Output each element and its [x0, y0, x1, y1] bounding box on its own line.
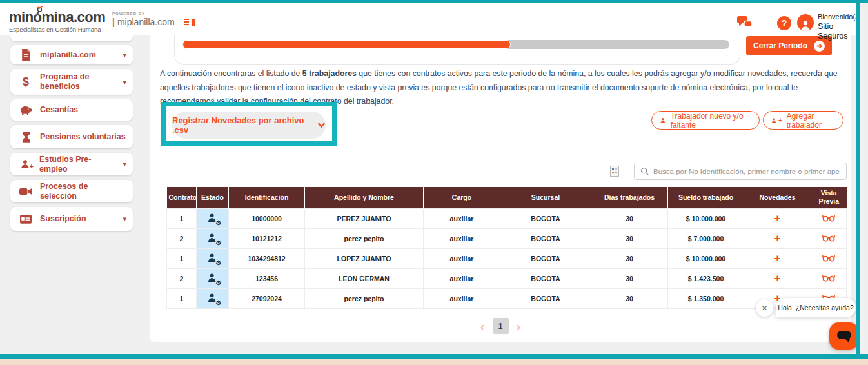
- brand-tagline: Especialistas en Gestión Humana: [9, 26, 105, 33]
- person-plus-icon: [771, 117, 777, 124]
- sidebar-toggle-icon[interactable]: [184, 19, 195, 26]
- col-vista-previa: Vista Previa: [811, 187, 847, 208]
- help-icon[interactable]: ?: [777, 16, 791, 30]
- prev-page-icon[interactable]: ‹: [480, 320, 485, 333]
- chat-tooltip-close-button[interactable]: ✕: [756, 299, 773, 317]
- cell-dias: 30: [591, 248, 668, 268]
- worker-status-cell[interactable]: ⚙: [197, 268, 229, 288]
- person-gear-icon: ⚙: [206, 253, 220, 264]
- messages-icon[interactable]: [736, 15, 754, 34]
- preview-glasses-icon[interactable]: [811, 228, 847, 248]
- search-input[interactable]: [653, 168, 840, 175]
- table-row: 1 ⚙ 27092024 perez pepito auxiliar BOGOT…: [167, 288, 847, 308]
- sidebar-item-estudios-preempleo[interactable]: + Estudios Pre-empleo ▾: [10, 153, 133, 175]
- person-gear-icon: ⚙: [206, 233, 220, 244]
- sidebar-item-miplanilla[interactable]: miplanilla.com ▾: [10, 45, 133, 64]
- col-identificacion: Identificación: [229, 187, 305, 208]
- sidebar-item-pensiones-voluntarias[interactable]: Pensiones voluntarias: [10, 125, 133, 148]
- main-panel: Cerrar Periodo A continuación encontrara…: [150, 35, 851, 342]
- worker-status-cell[interactable]: ⚙: [197, 228, 229, 248]
- cell-identificacion: 27092024: [229, 288, 305, 308]
- col-novedades: Novedades: [744, 187, 811, 208]
- add-novelty-icon[interactable]: +: [774, 232, 781, 244]
- preview-glasses-icon[interactable]: [811, 208, 847, 228]
- chevron-down-icon: ▾: [123, 78, 126, 86]
- arrow-right-icon: [814, 41, 825, 52]
- cell-identificacion: 123456: [229, 268, 305, 288]
- next-page-icon[interactable]: ›: [517, 320, 521, 333]
- person-plus-icon: +: [19, 159, 32, 169]
- cell-dias: 30: [591, 268, 668, 288]
- cell-cargo: auxiliar: [424, 228, 500, 248]
- chat-tooltip-text: Hola. ¿Necesitas ayuda?: [778, 304, 853, 311]
- pagination: ‹ 1 ›: [150, 318, 851, 334]
- register-novelties-csv-button[interactable]: Registrar Novedades por archivo .csv: [172, 112, 326, 139]
- add-novelty-icon[interactable]: +: [774, 212, 781, 224]
- export-excel-icon[interactable]: [610, 166, 619, 177]
- sidebar-item-label: Pensiones voluntarias: [40, 132, 126, 142]
- avatar[interactable]: [797, 14, 814, 31]
- preview-glasses-icon[interactable]: [811, 268, 847, 288]
- logo-person-icon: [35, 6, 44, 13]
- taskbar-sliver: [0, 359, 868, 365]
- cell-contrato: 2: [167, 228, 197, 248]
- chat-launcher-button[interactable]: [829, 322, 858, 350]
- new-missing-worker-label: Trabajador nuevo y/o faltante: [671, 112, 751, 130]
- brand-logo[interactable]: minómina.com Especialistas en Gestión Hu…: [9, 10, 105, 33]
- top-header: minómina.com Especialistas en Gestión Hu…: [0, 3, 856, 35]
- csv-button-label: Registrar Novedades por archivo .csv: [172, 115, 311, 135]
- col-cargo: Cargo: [424, 187, 500, 208]
- annotation-frame-bottom: [0, 354, 868, 359]
- worker-status-cell[interactable]: ⚙: [197, 288, 229, 308]
- preview-glasses-icon[interactable]: [811, 248, 847, 268]
- col-sucursal: Sucursal: [500, 187, 591, 208]
- app-viewport: minómina.com Especialistas en Gestión Hu…: [0, 0, 868, 365]
- worker-status-cell[interactable]: ⚙: [197, 208, 229, 228]
- add-worker-label: Agregar trabajador: [787, 112, 835, 130]
- cell-sueldo: $ 10.000.000: [668, 248, 744, 268]
- cell-cargo: auxiliar: [424, 288, 500, 308]
- chevron-down-icon: ▾: [123, 215, 126, 223]
- csv-highlight-box: Registrar Novedades por archivo .csv: [161, 102, 337, 146]
- add-novelty-icon[interactable]: +: [774, 252, 781, 264]
- annotation-frame-right: [856, 0, 860, 359]
- col-estado: Estado: [197, 187, 229, 208]
- sidebar-item-suscripcion[interactable]: Suscripción ▾: [10, 207, 133, 231]
- cell-identificacion: 10000000: [229, 208, 305, 228]
- sidebar-item-label: Suscripción: [40, 214, 86, 224]
- person-icon: [660, 117, 666, 124]
- cell-dias: 30: [591, 228, 668, 248]
- cell-nombre: LOPEZ JUANITO: [305, 248, 424, 268]
- person-gear-icon: ⚙: [206, 213, 220, 224]
- table-row: 1 ⚙ 1034294812 LOPEZ JUANITO auxiliar BO…: [167, 248, 847, 268]
- person-gear-icon: ⚙: [206, 273, 220, 284]
- hourglass-icon: [19, 132, 32, 143]
- sidebar-item-cutoff[interactable]: [10, 35, 133, 41]
- sidebar-item-cesantias[interactable]: Cesantías: [10, 99, 133, 121]
- cell-contrato: 1: [167, 248, 197, 268]
- sidebar-item-label: Cesantías: [40, 105, 78, 115]
- col-sueldo-trabajado: Sueldo trabajado: [668, 187, 744, 208]
- sidebar-item-programa-beneficios[interactable]: $ Programa de beneficios ▾: [10, 69, 133, 95]
- sidebar-item-label: miplanilla.com: [40, 50, 96, 60]
- add-worker-button[interactable]: + Agregar trabajador: [763, 111, 843, 130]
- dollar-icon: $: [19, 75, 32, 89]
- sidebar-item-procesos-seleccion[interactable]: Procesos de selección: [10, 180, 133, 202]
- cell-sucursal: BOGOTA: [500, 208, 591, 228]
- cell-sucursal: BOGOTA: [500, 268, 591, 288]
- cell-cargo: auxiliar: [424, 268, 500, 288]
- cell-sueldo: $ 1.423.500: [668, 268, 744, 288]
- powered-by: POWERED BY | miplanilla.com: [112, 12, 175, 27]
- person-gear-icon: ⚙: [206, 293, 220, 304]
- chat-tooltip[interactable]: Hola. ¿Necesitas ayuda?: [776, 298, 856, 317]
- cell-sueldo: $ 1.350.000: [668, 288, 744, 308]
- add-novelty-icon[interactable]: +: [774, 272, 781, 284]
- worker-status-cell[interactable]: ⚙: [197, 248, 229, 268]
- cell-nombre: perez pepito: [305, 288, 424, 308]
- page-number[interactable]: 1: [493, 318, 509, 334]
- cell-dias: 30: [591, 288, 668, 308]
- powered-by-label: POWERED BY: [112, 12, 175, 15]
- col-apellido-nombre: Apellido y Nombre: [305, 187, 424, 208]
- new-missing-worker-button[interactable]: Trabajador nuevo y/o faltante: [651, 111, 760, 130]
- cell-contrato: 1: [167, 288, 197, 308]
